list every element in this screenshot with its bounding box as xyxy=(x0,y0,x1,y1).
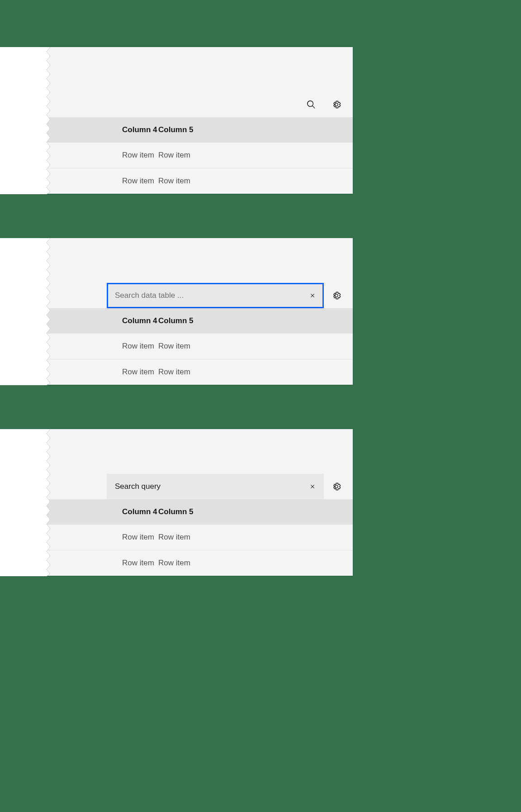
search-input[interactable] xyxy=(115,291,301,300)
cell: Row item xyxy=(53,525,158,550)
cell: Row item xyxy=(158,359,353,385)
cell: Row item xyxy=(158,550,353,576)
search-box xyxy=(107,283,324,308)
search-icon xyxy=(307,100,316,109)
search-box xyxy=(107,474,324,499)
cell: Row item xyxy=(53,359,158,385)
search-button[interactable] xyxy=(298,92,324,117)
column-header-5[interactable]: Column 5 xyxy=(158,308,353,334)
close-icon xyxy=(309,292,316,299)
table-row: n Row item Row item xyxy=(40,168,353,194)
column-header-4[interactable]: Column 4 xyxy=(53,499,158,525)
settings-button[interactable] xyxy=(324,283,349,308)
data-table: 3 Column 4 Column 5 n Row item Row item … xyxy=(40,117,353,194)
close-icon xyxy=(309,483,316,490)
cell: Row item xyxy=(53,143,158,168)
table-header-row: 3 Column 4 Column 5 xyxy=(40,499,353,525)
settings-button[interactable] xyxy=(324,474,349,499)
cell: Row item xyxy=(158,168,353,194)
search-clear-button[interactable] xyxy=(301,474,324,499)
cell: Row item xyxy=(158,334,353,359)
data-table: 3 Column 4 Column 5 n Row item Row item … xyxy=(40,499,353,576)
table-toolbar xyxy=(40,429,353,499)
column-header-4[interactable]: Column 4 xyxy=(53,308,158,334)
table-row: n Row item Row item xyxy=(40,550,353,576)
gear-icon xyxy=(332,100,341,109)
clipped-left-mask xyxy=(0,47,43,194)
data-table: 3 Column 4 Column 5 n Row item Row item … xyxy=(40,308,353,385)
clipped-left-mask xyxy=(0,238,43,385)
gear-icon xyxy=(332,482,341,491)
table-toolbar xyxy=(40,238,353,308)
search-clear-button[interactable] xyxy=(301,283,324,308)
cell: Row item xyxy=(158,525,353,550)
table-row: n Row item Row item xyxy=(40,525,353,550)
gear-icon xyxy=(332,291,341,300)
cell: Row item xyxy=(53,550,158,576)
table-row: n Row item Row item xyxy=(40,359,353,385)
table-header-row: 3 Column 4 Column 5 xyxy=(40,308,353,334)
table-row: n Row item Row item xyxy=(40,334,353,359)
column-header-4[interactable]: Column 4 xyxy=(53,117,158,143)
clipped-left-mask xyxy=(0,429,43,576)
data-table-container: 3 Column 4 Column 5 n Row item Row item … xyxy=(40,238,353,385)
table-row: n Row item Row item xyxy=(40,143,353,168)
cell: Row item xyxy=(53,168,158,194)
cell: Row item xyxy=(158,143,353,168)
column-header-5[interactable]: Column 5 xyxy=(158,499,353,525)
settings-button[interactable] xyxy=(324,92,349,117)
table-toolbar xyxy=(40,47,353,117)
cell: Row item xyxy=(53,334,158,359)
search-input[interactable] xyxy=(115,482,301,491)
data-table-container: 3 Column 4 Column 5 n Row item Row item … xyxy=(40,429,353,576)
data-table-container: 3 Column 4 Column 5 n Row item Row item … xyxy=(40,47,353,194)
column-header-5[interactable]: Column 5 xyxy=(158,117,353,143)
table-header-row: 3 Column 4 Column 5 xyxy=(40,117,353,143)
